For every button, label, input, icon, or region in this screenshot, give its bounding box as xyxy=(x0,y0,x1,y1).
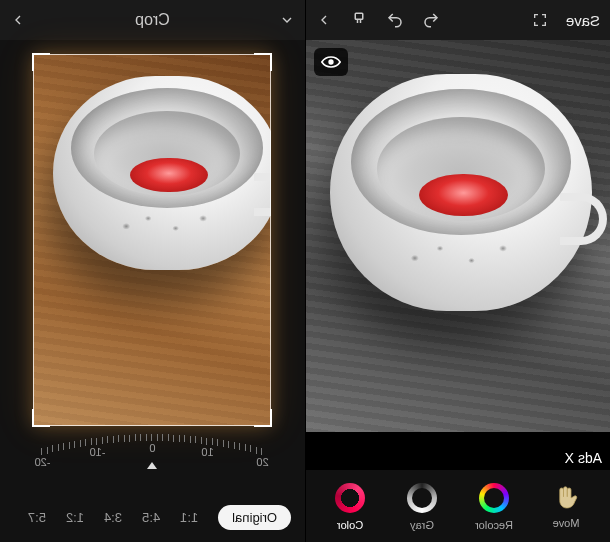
dial-tick-label: 20 xyxy=(256,456,268,468)
tool-recolor[interactable]: Recolor xyxy=(464,481,524,531)
tool-color[interactable]: Color xyxy=(320,481,380,531)
redo-icon[interactable] xyxy=(386,11,404,29)
crop-frame[interactable] xyxy=(34,54,272,426)
hand-icon xyxy=(551,483,581,513)
color-ring-icon xyxy=(335,483,365,513)
editor-topbar: Save xyxy=(306,0,610,40)
svg-rect-0 xyxy=(355,13,363,19)
collapse-chevron-icon[interactable] xyxy=(279,12,295,28)
crop-photo xyxy=(34,54,272,426)
tool-move[interactable]: Move xyxy=(536,483,596,529)
svg-point-1 xyxy=(329,60,333,64)
save-button[interactable]: Save xyxy=(566,12,600,29)
fullscreen-icon[interactable] xyxy=(532,12,548,28)
dial-tick-label: -20 xyxy=(35,456,51,468)
ratio-1-2[interactable]: 1:2 xyxy=(66,510,84,525)
dial-tick-label: 10 xyxy=(201,446,213,458)
compare-toggle[interactable] xyxy=(314,48,348,76)
gray-ring-icon xyxy=(407,483,437,513)
crop-pane: Crop xyxy=(0,0,305,542)
tool-row: Move Recolor Gray Color xyxy=(306,470,610,542)
ads-close[interactable]: Ads X xyxy=(557,446,610,470)
tool-label: Move xyxy=(553,517,580,529)
undo-icon[interactable] xyxy=(422,11,440,29)
confirm-chevron-icon[interactable] xyxy=(10,12,26,28)
editor-canvas[interactable]: Ads X xyxy=(306,40,610,470)
crop-title: Crop xyxy=(0,11,305,29)
ratio-1-1[interactable]: 1:1 xyxy=(180,510,198,525)
tool-gray[interactable]: Gray xyxy=(392,481,452,531)
tool-label: Gray xyxy=(410,519,434,531)
rotation-dial[interactable]: 20100-10-20 xyxy=(0,432,305,492)
rainbow-ring-icon xyxy=(479,483,509,513)
brush-icon[interactable] xyxy=(350,11,368,29)
ratio-5-7[interactable]: 5:7 xyxy=(28,510,46,525)
crop-canvas[interactable] xyxy=(0,40,305,432)
editor-pane: Save xyxy=(305,0,610,542)
aspect-ratio-row: Original 1:1 4:5 3:4 1:2 5:7 xyxy=(0,492,305,542)
eye-icon xyxy=(321,55,341,69)
ratio-4-5[interactable]: 4:5 xyxy=(142,510,160,525)
crop-topbar: Crop xyxy=(0,0,305,40)
forward-chevron-icon[interactable] xyxy=(316,12,332,28)
edited-photo xyxy=(306,40,610,470)
ratio-original[interactable]: Original xyxy=(218,505,291,530)
dial-tick-label: 0 xyxy=(149,442,155,454)
dial-tick-label: -10 xyxy=(90,446,106,458)
dial-pointer-icon xyxy=(148,462,158,469)
ratio-3-4[interactable]: 3:4 xyxy=(104,510,122,525)
tool-label: Recolor xyxy=(475,519,513,531)
tool-label: Color xyxy=(337,519,363,531)
